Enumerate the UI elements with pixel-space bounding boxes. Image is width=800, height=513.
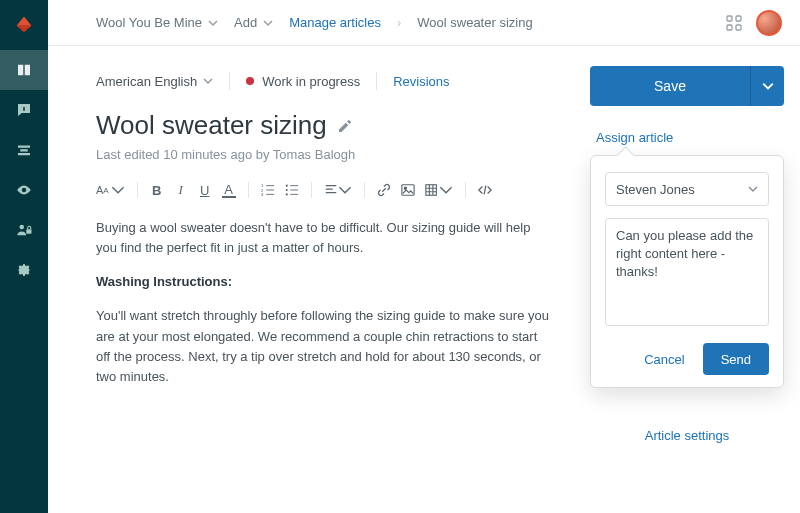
svg-rect-6 <box>727 16 732 21</box>
svg-rect-18 <box>426 185 437 196</box>
article-body[interactable]: Buying a wool sweater doesn't have to be… <box>96 218 550 387</box>
workspace-name: Wool You Be Mine <box>96 15 202 30</box>
chevron-down-icon <box>203 76 213 86</box>
italic-button[interactable]: I <box>174 182 188 198</box>
nav-guide[interactable] <box>0 50 48 90</box>
assign-article-link[interactable]: Assign article <box>590 130 784 145</box>
breadcrumb-manage-articles[interactable]: Manage articles <box>289 15 381 30</box>
status-dot-icon <box>246 77 254 85</box>
chevron-down-icon <box>208 18 218 28</box>
nav-settings[interactable] <box>0 250 48 290</box>
send-button[interactable]: Send <box>703 343 769 375</box>
left-rail <box>0 0 48 513</box>
assign-message-input[interactable] <box>605 218 769 326</box>
separator <box>229 72 230 90</box>
article-settings-link[interactable]: Article settings <box>590 428 784 443</box>
image-button[interactable] <box>401 183 415 197</box>
svg-point-13 <box>285 185 287 187</box>
code-button[interactable] <box>478 183 492 197</box>
svg-rect-0 <box>23 107 25 111</box>
breadcrumb-separator: › <box>397 15 401 30</box>
add-menu[interactable]: Add <box>234 15 273 30</box>
svg-point-14 <box>285 189 287 191</box>
ordered-list-button[interactable]: 123 <box>261 183 275 197</box>
nav-preview[interactable] <box>0 170 48 210</box>
brand-logo[interactable] <box>0 4 48 44</box>
chevron-down-icon <box>762 80 774 92</box>
article-title-row: Wool sweater sizing <box>96 110 550 141</box>
nav-comments[interactable] <box>0 90 48 130</box>
language-label: American English <box>96 74 197 89</box>
text-color-button[interactable]: A <box>222 183 236 198</box>
nav-permissions[interactable] <box>0 210 48 250</box>
save-button[interactable]: Save <box>590 66 750 106</box>
svg-text:3: 3 <box>261 192 264 197</box>
language-selector[interactable]: American English <box>96 74 213 89</box>
article-status: Work in progress <box>246 74 360 89</box>
text-size-button[interactable]: AA <box>96 183 125 197</box>
nav-arrange[interactable] <box>0 130 48 170</box>
separator <box>376 72 377 90</box>
svg-rect-1 <box>18 146 30 148</box>
subheading: Washing Instructions: <box>96 274 232 289</box>
pencil-icon <box>337 118 353 134</box>
svg-rect-16 <box>402 185 414 196</box>
topbar: Wool You Be Mine Add Manage articles › W… <box>48 0 800 46</box>
assign-popover: Steven Jones Cancel Send <box>590 155 784 388</box>
svg-point-17 <box>404 187 406 189</box>
bold-button[interactable]: B <box>150 183 164 198</box>
paragraph: Buying a wool sweater doesn't have to be… <box>96 218 550 258</box>
align-button[interactable] <box>324 183 352 197</box>
svg-rect-7 <box>736 16 741 21</box>
unordered-list-button[interactable] <box>285 183 299 197</box>
cancel-button[interactable]: Cancel <box>644 352 684 367</box>
breadcrumb-current: Wool sweater sizing <box>417 15 532 30</box>
svg-point-15 <box>285 193 287 195</box>
svg-rect-2 <box>20 149 28 151</box>
add-label: Add <box>234 15 257 30</box>
apps-icon[interactable] <box>726 15 742 31</box>
svg-rect-3 <box>18 153 30 155</box>
avatar[interactable] <box>756 10 782 36</box>
assignee-select[interactable]: Steven Jones <box>605 172 769 206</box>
svg-rect-5 <box>26 229 31 234</box>
status-label: Work in progress <box>262 74 360 89</box>
article-title[interactable]: Wool sweater sizing <box>96 110 327 141</box>
revisions-link[interactable]: Revisions <box>393 74 449 89</box>
svg-rect-8 <box>727 25 732 30</box>
last-edited: Last edited 10 minutes ago by Tomas Balo… <box>96 147 550 162</box>
underline-button[interactable]: U <box>198 183 212 198</box>
svg-point-4 <box>20 225 25 230</box>
chevron-down-icon <box>748 184 758 194</box>
save-options-button[interactable] <box>750 66 784 106</box>
paragraph: You'll want stretch throughly before fol… <box>96 306 550 387</box>
table-button[interactable] <box>425 183 453 197</box>
chevron-down-icon <box>263 18 273 28</box>
assignee-value: Steven Jones <box>616 182 695 197</box>
workspace-selector[interactable]: Wool You Be Mine <box>96 15 218 30</box>
svg-rect-9 <box>736 25 741 30</box>
edit-title-button[interactable] <box>337 110 353 141</box>
link-button[interactable] <box>377 183 391 197</box>
editor-toolbar: AA B I U A 123 <box>96 176 550 212</box>
